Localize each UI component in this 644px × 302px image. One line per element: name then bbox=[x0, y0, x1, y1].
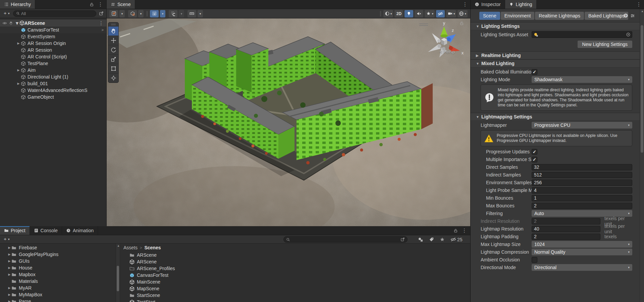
project-search[interactable] bbox=[283, 236, 408, 243]
hierarchy-item[interactable]: Directional Light (1) bbox=[0, 73, 106, 80]
hand-tool-button[interactable] bbox=[108, 26, 118, 36]
hierarchy-search-input[interactable] bbox=[21, 11, 93, 16]
file-list-item[interactable]: StartScene bbox=[120, 292, 470, 299]
search-by-label-icon[interactable] bbox=[429, 237, 434, 242]
snap-increment-dropdown[interactable]: ▾ bbox=[179, 10, 184, 17]
transform-tool-button[interactable] bbox=[108, 73, 118, 83]
search-by-type-icon[interactable] bbox=[418, 237, 423, 242]
camera-settings-button[interactable]: ▾ bbox=[446, 10, 457, 17]
tab-animation[interactable]: Animation bbox=[62, 226, 98, 235]
file-list-item[interactable]: MapScene bbox=[120, 285, 470, 292]
perspective-label[interactable]: < Persp bbox=[440, 49, 455, 54]
tab-project[interactable]: Project bbox=[0, 226, 30, 235]
hierarchy-scene-root[interactable]: ▼ ARScene ⋮ bbox=[0, 19, 106, 27]
project-search-input[interactable] bbox=[292, 237, 399, 242]
folder-tree-scrollbar[interactable]: ▲ bbox=[116, 244, 120, 302]
setting-input[interactable]: 2 bbox=[532, 218, 600, 224]
folder-tree-item[interactable]: ▶ Parse bbox=[0, 298, 116, 302]
expand-arrow-icon[interactable]: ▶ bbox=[7, 253, 11, 256]
section-mixed-lighting[interactable]: ▼ Mixed Lighting bbox=[471, 59, 640, 67]
tab-lighting[interactable]: Lighting bbox=[505, 0, 537, 9]
hidden-packages-toggle[interactable]: 25 bbox=[450, 237, 463, 242]
tab-scene[interactable]: Scene bbox=[107, 0, 135, 9]
scene-3d-viewport[interactable]: y z x < Persp bbox=[107, 18, 470, 226]
lock-icon[interactable] bbox=[453, 229, 458, 233]
file-list-item[interactable]: ARScene bbox=[120, 252, 470, 258]
snap-increment-toggle[interactable] bbox=[169, 10, 177, 17]
scrollbar-thumb[interactable] bbox=[117, 266, 119, 291]
grid-snap-toggle[interactable] bbox=[150, 10, 159, 17]
lighting-view-tab[interactable]: Scene bbox=[479, 12, 500, 20]
gizmos-button[interactable]: ▾ bbox=[458, 10, 468, 17]
section-lighting-settings[interactable]: ▼ Lighting Settings bbox=[471, 22, 640, 30]
file-list-item[interactable]: ARScene_Profiles bbox=[120, 265, 470, 272]
snap-settings-button[interactable] bbox=[187, 10, 196, 17]
new-lighting-settings-button[interactable]: New Lighting Settings bbox=[578, 41, 632, 48]
palette-drag-handle[interactable] bbox=[108, 22, 118, 26]
snap-settings-dropdown[interactable]: ▾ bbox=[198, 10, 203, 17]
setting-input[interactable]: 32 bbox=[532, 164, 632, 170]
hierarchy-item[interactable]: ▶ build_001 bbox=[0, 80, 106, 87]
folder-tree-item[interactable]: ▶ Mapbox bbox=[0, 271, 116, 278]
pick-icon[interactable] bbox=[9, 21, 13, 25]
setting-dropdown[interactable]: Directional▾ bbox=[532, 264, 632, 271]
scene-view-menu-icon[interactable]: ⋮ bbox=[460, 0, 470, 9]
file-list-item[interactable]: TestStart bbox=[120, 299, 470, 302]
lighting-view-tab[interactable]: Baked Lightmaps bbox=[585, 12, 628, 20]
setting-input[interactable]: 256 bbox=[532, 180, 632, 186]
file-list-item[interactable]: CanvasForTest bbox=[120, 272, 470, 279]
folder-tree-item[interactable]: ▶ GUIs bbox=[0, 258, 116, 264]
scene-lighting-toggle[interactable] bbox=[405, 10, 413, 17]
hierarchy-item[interactable]: ▶ Aim bbox=[0, 67, 106, 73]
hierarchy-item[interactable]: AR Session bbox=[0, 47, 106, 53]
expand-arrow-icon[interactable]: ▶ bbox=[7, 300, 11, 302]
foldout-open-icon[interactable]: ▼ bbox=[15, 20, 19, 26]
grid-snap-dropdown[interactable]: ▾ bbox=[160, 10, 165, 17]
inspector-menu-icon[interactable]: ⋮ bbox=[634, 0, 644, 9]
lock-icon[interactable] bbox=[90, 2, 94, 7]
setting-input[interactable]: 4 bbox=[532, 187, 632, 194]
2d-toggle-button[interactable]: 2D bbox=[394, 10, 403, 17]
expand-arrow-icon[interactable]: ▶ bbox=[7, 259, 11, 263]
breadcrumb-current[interactable]: Scenes bbox=[144, 245, 161, 250]
rotate-tool-button[interactable] bbox=[108, 45, 118, 54]
file-list-item[interactable]: ARScene bbox=[120, 258, 470, 265]
hierarchy-search[interactable] bbox=[13, 10, 96, 17]
effects-toggle-button[interactable]: ▾ bbox=[425, 10, 435, 17]
hierarchy-item[interactable]: EventSystem bbox=[0, 33, 106, 40]
expand-arrow-icon[interactable]: ▶ bbox=[7, 266, 11, 269]
presets-icon[interactable] bbox=[630, 13, 635, 18]
section-lightmapping-settings[interactable]: ▼ Lightmapping Settings bbox=[471, 113, 640, 121]
lightmapper-dropdown[interactable]: Progressive CPU▾ bbox=[532, 122, 632, 129]
lighting-view-tab[interactable]: Realtime Lightmaps bbox=[535, 12, 584, 20]
hierarchy-item[interactable]: TestPlane bbox=[0, 60, 106, 67]
hierarchy-item[interactable]: AR Control (Script) bbox=[0, 53, 106, 60]
expand-arrow-icon[interactable]: ▶ bbox=[7, 273, 11, 276]
scrollbar-thumb[interactable] bbox=[641, 25, 643, 153]
folder-tree-item[interactable]: ▶ MyMapBox bbox=[0, 291, 116, 298]
open-search-window-icon[interactable] bbox=[400, 237, 405, 242]
setting-dropdown[interactable]: Normal Quality▾ bbox=[532, 249, 632, 255]
baked-gi-checkbox[interactable]: ✓ bbox=[532, 69, 537, 75]
folder-tree-item[interactable]: ▶ MyAR bbox=[0, 285, 116, 291]
hierarchy-item[interactable]: GameObject bbox=[0, 94, 106, 100]
audio-mute-toggle[interactable] bbox=[415, 10, 423, 17]
expand-arrow-icon[interactable]: ▶ bbox=[16, 82, 21, 85]
hierarchy-item[interactable]: CanvasForTest > bbox=[0, 27, 106, 33]
tool-handle-position-button[interactable] bbox=[109, 10, 118, 17]
scale-tool-button[interactable] bbox=[108, 54, 118, 64]
expand-arrow-icon[interactable]: ▶ bbox=[7, 246, 11, 249]
maximize-icon[interactable] bbox=[99, 11, 106, 16]
prefab-open-chevron-icon[interactable]: > bbox=[102, 28, 104, 32]
setting-checkbox[interactable] bbox=[532, 257, 537, 263]
hierarchy-item[interactable]: ▶ AR Session Origin bbox=[0, 40, 106, 47]
folder-tree-item[interactable]: ▶ Firebase bbox=[0, 244, 116, 251]
create-asset-button[interactable]: ＋▾ bbox=[0, 236, 11, 242]
object-picker-icon[interactable] bbox=[626, 32, 631, 37]
breadcrumb-root[interactable]: Assets bbox=[123, 245, 138, 250]
lighting-mode-dropdown[interactable]: Shadowmask▾ bbox=[532, 76, 632, 83]
setting-input[interactable]: 2 bbox=[532, 203, 632, 209]
file-list-item[interactable]: MainScene bbox=[120, 279, 470, 285]
tab-inspector[interactable]: Inspector bbox=[471, 0, 505, 9]
folder-tree-item[interactable]: ▶ GooglePlayPlugins bbox=[0, 251, 116, 258]
